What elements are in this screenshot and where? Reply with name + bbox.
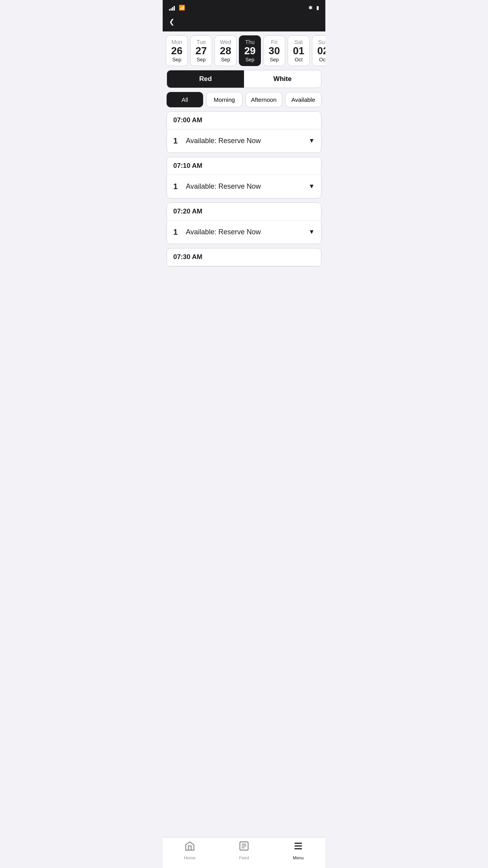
month: Sep	[245, 57, 254, 63]
tee-section: 07:00 AM 1 Available: Reserve Now ▼	[167, 111, 321, 153]
day-num: 02	[317, 45, 325, 57]
tee-time-list: 07:00 AM 1 Available: Reserve Now ▼ 07:1…	[163, 111, 325, 298]
slot-label: Available: Reserve Now	[186, 228, 304, 236]
tee-slot[interactable]: 1 Available: Reserve Now ▼	[167, 129, 321, 153]
filter-tab-available[interactable]: Available	[285, 92, 322, 107]
tee-time-header: 07:20 AM	[167, 203, 321, 221]
tee-section: 07:10 AM 1 Available: Reserve Now ▼	[167, 157, 321, 199]
course-btn-red[interactable]: Red	[167, 70, 244, 88]
tee-section: 07:20 AM 1 Available: Reserve Now ▼	[167, 202, 321, 244]
signal-bars	[169, 5, 175, 11]
tee-slot[interactable]: 1 Available: Reserve Now ▼	[167, 175, 321, 198]
tee-time-header: 07:30 AM	[167, 248, 321, 266]
status-right: ✱ ▮	[308, 5, 319, 11]
date-cell-fri[interactable]: Fri 30 Sep	[263, 35, 285, 66]
month: Oct	[319, 57, 325, 63]
slot-number: 1	[173, 182, 181, 191]
tee-time-header: 07:00 AM	[167, 112, 321, 129]
bluetooth-icon: ✱	[308, 5, 312, 11]
month: Sep	[196, 57, 205, 63]
chevron-left-icon: ❮	[169, 18, 174, 26]
slot-number: 1	[173, 136, 181, 145]
wifi-icon: 📶	[179, 5, 185, 11]
chevron-down-icon: ▼	[308, 228, 315, 235]
day-num: 27	[196, 45, 207, 57]
day-num: 01	[293, 45, 305, 57]
slot-label: Available: Reserve Now	[186, 137, 304, 145]
date-picker: Mon 26 Sep Tue 27 Sep Wed 28 Sep Thu 29 …	[163, 31, 325, 70]
chevron-down-icon: ▼	[308, 183, 315, 190]
day-num: 28	[220, 45, 231, 57]
date-cell-sun[interactable]: Sun 02 Oct	[312, 35, 325, 66]
date-cell-mon[interactable]: Mon 26 Sep	[166, 35, 188, 66]
day-num: 30	[269, 45, 280, 57]
status-bar: 📶 ✱ ▮	[163, 0, 325, 14]
day-num: 26	[171, 45, 183, 57]
filter-tab-afternoon[interactable]: Afternoon	[246, 92, 282, 107]
day-name: Wed	[220, 39, 231, 45]
day-name: Mon	[171, 39, 182, 45]
filter-tab-all[interactable]: All	[167, 92, 203, 107]
status-left: 📶	[169, 5, 185, 11]
slot-label: Available: Reserve Now	[186, 182, 304, 191]
month: Sep	[172, 57, 181, 63]
day-name: Tue	[196, 39, 206, 45]
month: Sep	[221, 57, 230, 63]
nav-bar: ❮	[163, 14, 325, 31]
day-name: Sat	[294, 39, 303, 45]
day-name: Thu	[245, 39, 255, 45]
date-cell-wed[interactable]: Wed 28 Sep	[215, 35, 237, 66]
tee-slot[interactable]: 1 Available: Reserve Now ▼	[167, 221, 321, 244]
chevron-down-icon: ▼	[308, 137, 315, 144]
day-name: Fri	[271, 39, 277, 45]
filter-tab-morning[interactable]: Morning	[206, 92, 243, 107]
slot-number: 1	[173, 228, 181, 237]
battery-icon: ▮	[316, 5, 319, 11]
day-name: Sun	[318, 39, 325, 45]
course-btn-white[interactable]: White	[244, 70, 321, 88]
course-toggle: RedWhite	[167, 70, 321, 88]
date-cell-tue[interactable]: Tue 27 Sep	[190, 35, 212, 66]
month: Oct	[295, 57, 303, 63]
day-num: 29	[244, 45, 256, 57]
date-cell-sat[interactable]: Sat 01 Oct	[288, 35, 310, 66]
tee-time-header: 07:10 AM	[167, 157, 321, 175]
filter-tabs: AllMorningAfternoonAvailable	[167, 92, 321, 107]
month: Sep	[270, 57, 279, 63]
tee-section: 07:30 AM	[167, 248, 321, 267]
back-button[interactable]: ❮	[169, 18, 176, 26]
date-cell-thu[interactable]: Thu 29 Sep	[239, 35, 261, 66]
